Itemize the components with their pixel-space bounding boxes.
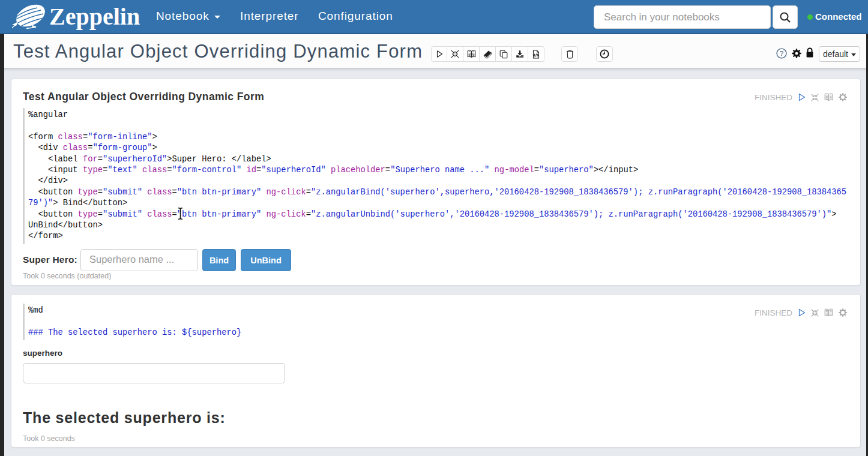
svg-text:?: ? <box>780 50 783 57</box>
